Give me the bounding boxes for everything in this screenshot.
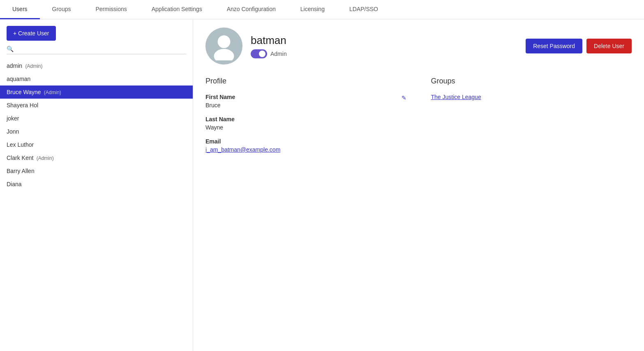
toggle-track — [251, 49, 267, 58]
nav-item-anzo-configuration[interactable]: Anzo Configuration — [215, 0, 288, 19]
user-list-item-name: Diana — [7, 181, 22, 187]
user-list-item[interactable]: Jonn — [0, 125, 193, 138]
user-list-item[interactable]: joker — [0, 112, 193, 125]
svg-point-0 — [218, 35, 231, 48]
left-panel: + Create User 🔍 admin (Admin)aquamanBruc… — [0, 19, 193, 351]
user-list-item-name: admin — [7, 62, 22, 69]
first-name-label: First Name — [205, 94, 397, 100]
user-list-item-name: Bruce Wayne — [7, 89, 41, 95]
nav-item-licensing[interactable]: Licensing — [288, 0, 337, 19]
user-name-area: batman Admin — [251, 34, 287, 58]
groups-section: Groups The Justice League — [431, 77, 632, 160]
profile-section: Profile First Name Bruce ✎ Last Name Way… — [205, 77, 406, 160]
user-list-item[interactable]: admin (Admin) — [0, 59, 193, 72]
last-name-content: Last Name Wayne — [205, 116, 406, 131]
user-list-item[interactable]: aquaman — [0, 72, 193, 85]
nav-item-application-settings[interactable]: Application Settings — [139, 0, 215, 19]
user-list: admin (Admin)aquamanBruce Wayne (Admin)S… — [0, 59, 193, 191]
groups-title: Groups — [431, 77, 632, 85]
create-user-button[interactable]: + Create User — [7, 26, 56, 41]
user-list-item[interactable]: Clark Kent (Admin) — [0, 151, 193, 164]
nav-item-groups[interactable]: Groups — [40, 0, 83, 19]
user-list-item[interactable]: Diana — [0, 178, 193, 191]
first-name-field: First Name Bruce ✎ — [205, 94, 406, 109]
user-list-item[interactable]: Bruce Wayne (Admin) — [0, 85, 193, 99]
user-display-name: batman — [251, 34, 287, 47]
search-icon: 🔍 — [7, 46, 14, 52]
group-link[interactable]: The Justice League — [431, 94, 481, 100]
user-header: batman Admin Reset Password Delete User — [205, 28, 632, 65]
profile-title: Profile — [205, 77, 406, 85]
delete-user-button[interactable]: Delete User — [586, 39, 632, 53]
user-list-item[interactable]: Shayera Hol — [0, 99, 193, 112]
edit-first-name-icon[interactable]: ✎ — [402, 95, 406, 101]
last-name-value: Wayne — [205, 124, 406, 131]
right-panel: batman Admin Reset Password Delete User — [193, 19, 644, 351]
header-buttons: Reset Password Delete User — [526, 39, 632, 53]
user-list-item-name: Lex Luthor — [7, 141, 34, 148]
user-header-left: batman Admin — [205, 28, 287, 65]
group-list: The Justice League — [431, 94, 632, 100]
email-field: Email i_am_batman@example.com — [205, 138, 406, 153]
user-list-item[interactable]: Lex Luthor — [0, 138, 193, 151]
last-name-field: Last Name Wayne — [205, 116, 406, 131]
last-name-label: Last Name — [205, 116, 406, 122]
admin-toggle[interactable] — [251, 49, 267, 58]
user-list-item-name: aquaman — [7, 76, 30, 82]
toggle-thumb — [259, 51, 265, 57]
nav-item-permissions[interactable]: Permissions — [83, 0, 139, 19]
user-admin-badge: (Admin) — [35, 155, 53, 161]
profile-groups-layout: Profile First Name Bruce ✎ Last Name Way… — [205, 77, 632, 160]
nav-item-ldap-sso[interactable]: LDAP/SSO — [337, 0, 390, 19]
user-list-item-name: Jonn — [7, 128, 19, 135]
email-content: Email i_am_batman@example.com — [205, 138, 406, 153]
email-label: Email — [205, 138, 406, 145]
main-layout: + Create User 🔍 admin (Admin)aquamanBruc… — [0, 19, 644, 351]
user-list-item[interactable]: Barry Allen — [0, 164, 193, 178]
avatar-icon — [210, 32, 238, 60]
first-name-value: Bruce — [205, 102, 397, 109]
admin-toggle-row: Admin — [251, 49, 287, 58]
admin-label: Admin — [270, 51, 287, 57]
user-list-item-name: Barry Allen — [7, 168, 35, 174]
svg-point-1 — [214, 49, 234, 60]
search-input[interactable] — [16, 46, 186, 52]
first-name-content: First Name Bruce — [205, 94, 397, 109]
search-container: 🔍 — [7, 46, 186, 54]
user-admin-badge: (Admin) — [43, 90, 61, 95]
user-list-item-name: Shayera Hol — [7, 102, 38, 109]
avatar — [205, 28, 242, 65]
top-navigation: UsersGroupsPermissionsApplication Settin… — [0, 0, 644, 19]
user-list-item-name: Clark Kent — [7, 155, 33, 161]
reset-password-button[interactable]: Reset Password — [526, 39, 582, 53]
nav-item-users[interactable]: Users — [0, 0, 40, 19]
user-list-item-name: joker — [7, 115, 19, 122]
email-value[interactable]: i_am_batman@example.com — [205, 146, 406, 153]
user-admin-badge: (Admin) — [24, 63, 42, 69]
